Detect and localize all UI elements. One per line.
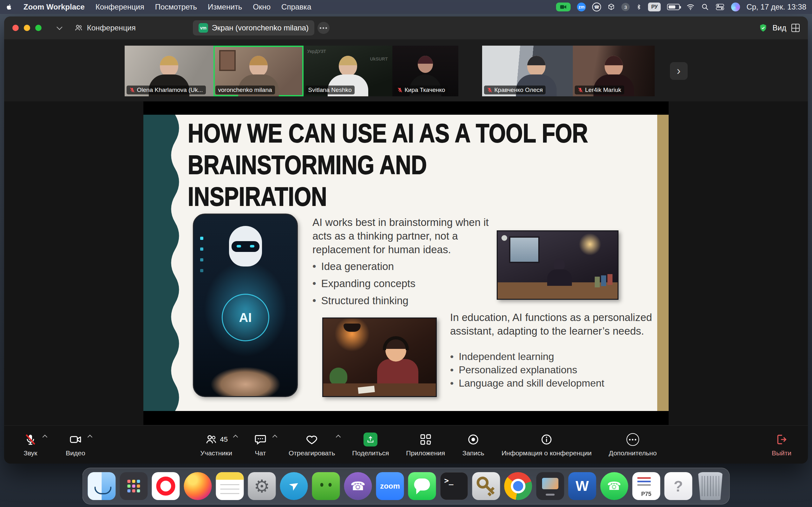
menu-window[interactable]: Окно: [253, 3, 270, 11]
video-tile[interactable]: Olena Kharlamova (Uk...: [125, 46, 213, 96]
picture-frame: [219, 50, 236, 71]
chat-button[interactable]: Чат: [249, 432, 271, 457]
slide-education-paragraph: In education, AI functions as a personal…: [450, 311, 653, 338]
zoom-dock-icon[interactable]: zoom: [376, 472, 404, 500]
info-label: Информация о конференции: [502, 449, 592, 457]
participants-icon: [74, 23, 83, 32]
react-button[interactable]: Отреагировать: [289, 432, 335, 457]
more-button[interactable]: Дополнительно: [609, 432, 657, 457]
bullet-item: Personalized explanations: [450, 363, 604, 377]
view-layout-icon[interactable]: [792, 24, 800, 32]
input-language-indicator[interactable]: РУ: [648, 3, 661, 11]
opera-dock-icon[interactable]: [152, 472, 180, 500]
ai-hologram-circle: AI: [222, 294, 269, 341]
tab-meeting[interactable]: Конференция: [74, 23, 136, 32]
participant-silhouette: [249, 56, 268, 77]
notification-count-icon[interactable]: 3: [621, 3, 629, 11]
audio-button[interactable]: Звук: [19, 432, 42, 457]
security-shield-icon[interactable]: [759, 23, 768, 32]
mic-off-icon: [487, 87, 493, 93]
control-center-icon[interactable]: [715, 3, 725, 11]
meeting-info-button[interactable]: Информация о конференции: [502, 432, 592, 457]
share-screen-button[interactable]: Поделиться: [352, 432, 389, 457]
launchpad-grid: [128, 480, 131, 483]
chevron-down-icon[interactable]: [56, 24, 62, 30]
phone-status-icon[interactable]: ☎: [592, 3, 601, 11]
tab-screen-share[interactable]: vm Экран (voronchenko milana): [193, 20, 314, 36]
firefox-dock-icon[interactable]: [184, 472, 212, 500]
participants-strip: Olena Kharlamova (Uk... voronchenko mila…: [4, 45, 808, 97]
video-button[interactable]: Видео: [64, 432, 87, 457]
robot-visor: [232, 241, 259, 252]
launchpad-dock-icon[interactable]: [120, 472, 148, 500]
search-icon[interactable]: [701, 3, 709, 11]
video-tile[interactable]: Ler4ik Mariuk: [573, 46, 655, 96]
video-tile[interactable]: Кравченко Олеся: [482, 46, 573, 96]
hand-glow: [211, 367, 281, 397]
close-window-button[interactable]: [12, 25, 19, 31]
participant-silhouette: [605, 56, 623, 77]
view-button-label[interactable]: Вид: [773, 23, 786, 32]
chevron-up-icon[interactable]: [88, 435, 93, 440]
chevron-up-icon[interactable]: [43, 435, 48, 440]
video-tile-active-speaker[interactable]: voronchenko milana: [213, 46, 304, 96]
participants-button[interactable]: 45 Участники: [200, 432, 232, 457]
green-app-dock-icon[interactable]: [312, 472, 340, 500]
participant-name: Olena Kharlamova (Uk...: [137, 87, 203, 94]
tab-more-button[interactable]: [317, 22, 329, 34]
chevron-up-icon[interactable]: [233, 435, 238, 440]
slide-title-line: HOW WE CAN USE AI AS A TOOL FOR: [188, 117, 588, 149]
word-dock-icon[interactable]: W: [568, 472, 596, 500]
slide-intro-paragraph: AI works best in brainstorming when it a…: [312, 216, 490, 257]
video-tile[interactable]: УкрДУЗТ UkSURT Svitlana Neshko: [304, 46, 392, 96]
trash-dock-icon[interactable]: [697, 472, 724, 500]
macos-menu-bar: Zoom Workplace Конференция Посмотреть Из…: [0, 0, 812, 14]
participant-name: voronchenko milana: [218, 87, 272, 94]
strip-next-arrow-button[interactable]: ›: [670, 62, 688, 80]
terminal-dock-icon[interactable]: >_: [440, 472, 468, 500]
telegram-dock-icon[interactable]: [280, 472, 308, 500]
minimize-window-button[interactable]: [24, 25, 30, 31]
chevron-up-icon[interactable]: [336, 435, 341, 440]
more-icon: [626, 433, 639, 446]
menu-help[interactable]: Справка: [281, 3, 311, 11]
menu-conference[interactable]: Конференция: [96, 3, 144, 11]
messages-dock-icon[interactable]: [408, 472, 436, 500]
leave-meeting-button[interactable]: Выйти: [770, 432, 793, 457]
cube-icon[interactable]: [607, 3, 615, 11]
notes-dock-icon[interactable]: [216, 472, 244, 500]
finder-dock-icon[interactable]: [88, 472, 116, 500]
menu-edit[interactable]: Изменить: [208, 3, 242, 11]
mic-off-icon: [577, 87, 583, 93]
bluetooth-icon[interactable]: [636, 3, 642, 11]
zoom-menubar-icon[interactable]: zm: [577, 3, 586, 11]
whatsapp-dock-icon[interactable]: [600, 472, 628, 500]
apple-icon[interactable]: [6, 3, 13, 11]
menu-view[interactable]: Посмотреть: [155, 3, 197, 11]
wifi-icon[interactable]: [686, 3, 695, 11]
background-watermark: УкрДУЗТ: [307, 49, 326, 54]
record-label: Запись: [462, 449, 484, 457]
camera-indicator-icon[interactable]: [556, 3, 571, 11]
battery-icon[interactable]: [667, 4, 680, 10]
mic-muted-icon: [24, 433, 37, 446]
clock-shape: [501, 234, 508, 241]
chevron-up-icon[interactable]: [272, 435, 277, 440]
system-settings-dock-icon[interactable]: [248, 472, 276, 500]
apps-button[interactable]: Приложения: [406, 432, 445, 457]
help-dock-icon[interactable]: ?: [664, 472, 693, 500]
participant-name: Кира Ткаченко: [405, 87, 445, 94]
viber-dock-icon[interactable]: [344, 472, 372, 500]
record-button[interactable]: Запись: [462, 432, 484, 457]
participant-name: Svitlana Neshko: [308, 87, 352, 94]
document-dock-icon[interactable]: P75: [632, 472, 660, 500]
zoom-window-button[interactable]: [35, 25, 42, 31]
keychain-dock-icon[interactable]: [472, 472, 500, 500]
menubar-extra-app-icon[interactable]: [731, 3, 740, 11]
media-app-dock-icon[interactable]: [537, 472, 564, 500]
menubar-app-name[interactable]: Zoom Workplace: [23, 3, 85, 11]
chrome-dock-icon[interactable]: [504, 472, 532, 500]
menubar-datetime[interactable]: Ср, 17 дек. 13:38: [746, 3, 806, 11]
video-tile[interactable]: Кира Ткаченко: [392, 46, 458, 96]
robot-head: [229, 226, 262, 267]
